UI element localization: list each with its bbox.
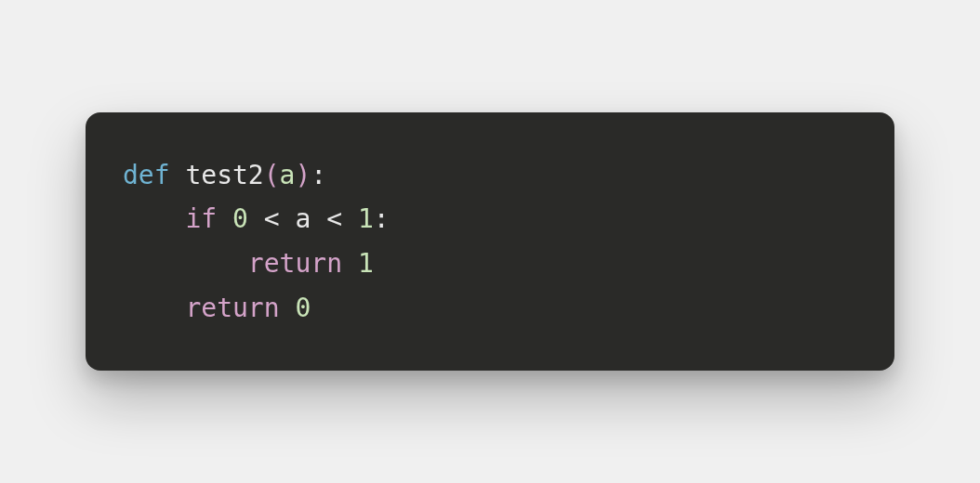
- code-token: 1: [358, 203, 374, 234]
- code-token: (: [264, 160, 280, 190]
- code-line: if 0 < a < 1:: [123, 197, 857, 242]
- code-token: :: [374, 203, 390, 234]
- code-token: <: [248, 203, 296, 234]
- code-token: def: [123, 160, 185, 190]
- code-token: 1: [358, 248, 374, 279]
- code-token: ): [295, 160, 311, 190]
- code-block: def test2(a): if 0 < a < 1: return 1 ret…: [86, 112, 894, 371]
- code-line: return 1: [123, 242, 857, 286]
- code-token: <: [311, 203, 358, 234]
- code-token: if: [185, 203, 232, 234]
- code-token: test2: [185, 160, 263, 190]
- code-token: return: [248, 248, 358, 279]
- code-container: def test2(a): if 0 < a < 1: return 1 ret…: [123, 153, 857, 330]
- code-token: a: [295, 203, 311, 234]
- code-token: :: [311, 160, 326, 190]
- code-token: 0: [232, 203, 248, 234]
- code-line: def test2(a):: [123, 153, 857, 198]
- code-line: return 0: [123, 286, 857, 331]
- code-token: return: [185, 293, 295, 323]
- code-token: 0: [295, 293, 311, 323]
- code-token: a: [280, 160, 296, 190]
